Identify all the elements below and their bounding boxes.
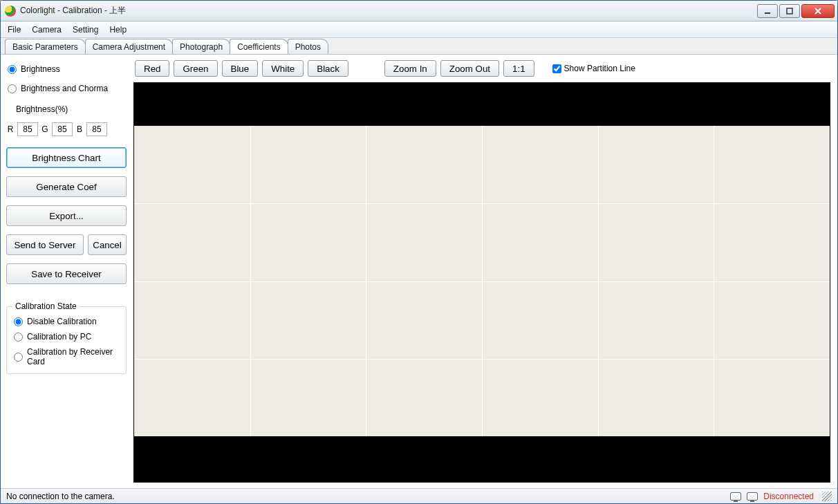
partition-grid [134,126,830,436]
preview-toolbar: Red Green Blue White Black Zoom In Zoom … [133,60,830,82]
rgb-row: R G B [6,121,127,143]
b-label: B [75,124,84,134]
radio-brightness-chroma-label: Brightness and Chorma [21,84,108,93]
calibration-state-group: Calibration State Disable Calibration Ca… [6,306,127,374]
color-blue-button[interactable]: Blue [222,60,259,77]
radio-brightness-label: Brightness [21,64,60,74]
svg-rect-1 [787,8,792,14]
radio-disable-calibration-input[interactable] [14,317,23,326]
radio-brightness[interactable]: Brightness [6,62,127,77]
b-input[interactable] [86,122,107,136]
tab-photograph[interactable]: Photograph [172,39,230,54]
zoom-1to1-button[interactable]: 1:1 [503,60,534,77]
cancel-button[interactable]: Cancel [88,234,127,255]
brightness-pct-label: Brightness(%) [6,100,127,117]
radio-brightness-chroma-input[interactable] [8,84,17,93]
g-label: G [41,124,49,134]
app-icon [5,6,16,17]
radio-brightness-chroma[interactable]: Brightness and Chorma [6,81,127,96]
radio-disable-calibration-label: Disable Calibration [27,317,97,326]
radio-calibration-pc-input[interactable] [14,333,23,342]
export-button[interactable]: Export... [6,205,127,226]
show-partition-label: Show Partition Line [564,64,635,73]
menu-camera[interactable]: Camera [32,25,62,35]
preview-letterbox-top [134,83,830,126]
tab-basic-parameters[interactable]: Basic Parameters [5,39,86,54]
client-area: Brightness Brightness and Chorma Brightn… [1,55,837,488]
radio-calibration-pc[interactable]: Calibration by PC [12,329,120,344]
close-button[interactable] [801,4,835,18]
g-input[interactable] [52,122,73,136]
window-title: Colorlight - Calibration - 上半 [20,5,126,17]
radio-calibration-pc-label: Calibration by PC [27,332,91,342]
color-white-button[interactable]: White [262,60,304,77]
status-message: No connection to the camera. [6,492,115,501]
save-to-receiver-button[interactable]: Save to Receiver [6,263,127,284]
statusbar: No connection to the camera. Disconnecte… [1,488,837,503]
radio-calibration-card-input[interactable] [14,353,23,362]
resize-grip-icon[interactable] [822,492,832,501]
menubar: File Camera Setting Help [1,21,837,38]
left-panel: Brightness Brightness and Chorma Brightn… [1,55,132,488]
monitor-icon [730,492,741,501]
radio-brightness-input[interactable] [8,65,17,74]
zoom-out-button[interactable]: Zoom Out [440,60,499,77]
generate-coef-button[interactable]: Generate Coef [6,176,127,197]
connection-status: Disconnected [763,492,814,501]
show-partition-checkbox[interactable]: Show Partition Line [552,64,635,73]
menu-help[interactable]: Help [109,25,127,35]
preview-image [134,126,830,436]
zoom-in-button[interactable]: Zoom In [384,60,436,77]
minimize-button[interactable] [757,4,778,18]
svg-rect-0 [765,12,770,14]
calibration-state-title: Calibration State [12,301,80,311]
menu-file[interactable]: File [8,25,21,35]
preview-letterbox-bottom [134,436,830,482]
radio-calibration-card[interactable]: Calibration by Receiver Card [12,344,120,369]
tab-coefficients[interactable]: Coefficients [230,39,288,54]
menu-setting[interactable]: Setting [73,25,98,35]
color-black-button[interactable]: Black [308,60,348,77]
monitor-icon-2 [747,492,758,501]
preview-canvas[interactable] [133,82,830,483]
color-red-button[interactable]: Red [135,60,169,77]
app-window: Colorlight - Calibration - 上半 File Camer… [0,0,838,504]
radio-calibration-card-label: Calibration by Receiver Card [27,347,119,366]
r-label: R [6,124,15,134]
brightness-chart-button[interactable]: Brightness Chart [6,147,127,168]
tab-camera-adjustment[interactable]: Camera Adjustment [85,39,173,54]
color-green-button[interactable]: Green [174,60,217,77]
r-input[interactable] [17,122,38,136]
tabstrip: Basic Parameters Camera Adjustment Photo… [1,38,837,55]
tab-photos[interactable]: Photos [288,39,328,54]
radio-disable-calibration[interactable]: Disable Calibration [12,314,120,329]
right-area: Red Green Blue White Black Zoom In Zoom … [132,55,837,488]
maximize-button[interactable] [779,4,800,18]
show-partition-input[interactable] [552,64,561,73]
send-to-server-button[interactable]: Send to Server [6,234,84,255]
titlebar[interactable]: Colorlight - Calibration - 上半 [1,1,837,21]
window-controls [757,4,835,18]
